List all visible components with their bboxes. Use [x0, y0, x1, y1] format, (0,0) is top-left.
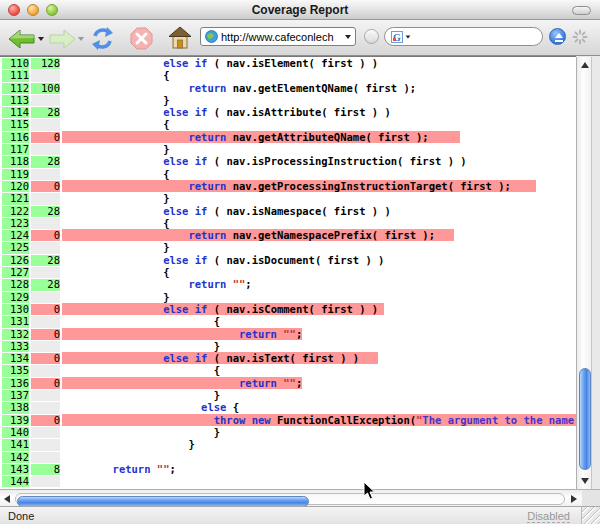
line-number: 124 [2, 230, 29, 241]
vertical-scrollbar-thumb[interactable] [579, 368, 591, 470]
hit-count [31, 119, 60, 130]
code-cell: { [62, 218, 576, 229]
code-row: 135 { [2, 365, 576, 376]
code-cell: } [62, 242, 576, 253]
code-cell: throw new FunctionCallException("The arg… [62, 415, 576, 426]
url-field[interactable]: http://www.cafeconlech [200, 27, 356, 46]
code-row: 141 } [2, 439, 576, 450]
action-button[interactable] [549, 28, 566, 45]
reload-button[interactable] [90, 26, 115, 51]
forward-dropdown-icon[interactable] [78, 37, 84, 41]
back-button[interactable] [8, 29, 36, 49]
code-cell: } [62, 390, 576, 401]
url-dropdown-icon[interactable] [345, 35, 351, 39]
line-number: 111 [2, 70, 29, 81]
code-cell: else if ( nav.isProcessingInstruction( f… [62, 156, 576, 167]
missed-code-line: return nav.getNamespacePrefix( first ); [62, 229, 454, 241]
code-row: 117 } [2, 144, 576, 155]
code-row: 1240 return nav.getNamespacePrefix( firs… [2, 230, 576, 241]
line-number: 116 [2, 132, 29, 143]
code-row: 144 [2, 476, 576, 487]
home-button[interactable] [168, 26, 192, 50]
code-cell: else if ( nav.isDocument( first ) ) [62, 255, 576, 266]
line-number: 129 [2, 292, 29, 303]
line-number: 126 [2, 255, 29, 266]
close-button[interactable] [8, 4, 20, 16]
code-line: else if ( nav.isNamespace( first ) ) [62, 205, 391, 217]
forward-button[interactable] [48, 29, 76, 49]
search-dropdown-icon[interactable] [406, 35, 411, 38]
code-cell: return nav.getAttributeQName( first ); [62, 132, 576, 143]
code-line: } [62, 241, 169, 253]
line-number: 136 [2, 378, 29, 389]
disabled-indicator[interactable]: Disabled [527, 510, 570, 523]
code-cell: { [62, 267, 576, 278]
code-cell: return nav.getProcessingInstructionTarge… [62, 181, 576, 192]
hit-count [31, 316, 60, 327]
title-bar: Coverage Report [0, 0, 600, 20]
stop-button[interactable] [130, 27, 153, 50]
horizontal-scrollbar-track[interactable] [15, 493, 565, 505]
code-line: { [62, 69, 169, 81]
scroll-down-arrow[interactable] [577, 474, 592, 487]
code-line: { [62, 217, 169, 229]
hit-count [31, 242, 60, 253]
hit-count [31, 95, 60, 106]
code-line: } [62, 340, 220, 352]
code-row: 129 } [2, 292, 576, 303]
minimize-button[interactable] [27, 4, 39, 16]
code-cell: return nav.getNamespacePrefix( first ); [62, 230, 576, 241]
line-number: 119 [2, 169, 29, 180]
search-field[interactable]: G [384, 27, 543, 46]
line-number: 120 [2, 181, 29, 192]
missed-code-line: return nav.getProcessingInstructionTarge… [62, 180, 536, 192]
hit-count: 0 [31, 329, 60, 340]
code-line: else if ( nav.isDocument( first ) ) [62, 254, 384, 266]
hit-count: 0 [31, 353, 60, 364]
code-row: 111 { [2, 70, 576, 81]
code-line: return nav.getElementQName( first ); [62, 82, 416, 94]
code-line: } [62, 438, 195, 450]
hit-count: 0 [31, 132, 60, 143]
coverage-report-view: 110128 else if ( nav.isElement( first ) … [0, 56, 576, 489]
scroll-up-arrow[interactable] [577, 58, 592, 71]
hit-count [31, 193, 60, 204]
line-number: 143 [2, 464, 29, 475]
code-row: 113 } [2, 95, 576, 106]
horizontal-scrollbar[interactable] [0, 489, 582, 506]
forward-arrow-icon [50, 30, 75, 48]
code-cell: { [62, 316, 576, 327]
code-row: 1160 return nav.getAttributeQName( first… [2, 132, 576, 143]
resize-grip-icon[interactable] [581, 507, 600, 524]
line-number: 125 [2, 242, 29, 253]
toolbar-toggle-pill[interactable] [572, 6, 591, 15]
hit-count: 128 [31, 58, 60, 69]
navigation-toolbar: http://www.cafeconlech G [0, 20, 600, 56]
line-number: 140 [2, 427, 29, 438]
home-icon [169, 27, 191, 48]
code-row: 138 else { [2, 402, 576, 413]
code-line: } [62, 426, 220, 438]
back-dropdown-icon[interactable] [38, 37, 44, 41]
code-row: 12228 else if ( nav.isNamespace( first )… [2, 206, 576, 217]
line-number: 110 [2, 58, 29, 69]
code-row: 11428 else if ( nav.isAttribute( first )… [2, 107, 576, 118]
hit-count: 0 [31, 181, 60, 192]
code-line: { [62, 118, 169, 130]
code-row: 127 { [2, 267, 576, 278]
line-number: 132 [2, 329, 29, 340]
line-number: 118 [2, 156, 29, 167]
line-number: 131 [2, 316, 29, 327]
scroll-right-arrow[interactable] [567, 492, 580, 505]
zoom-button[interactable] [46, 4, 58, 16]
hit-count [31, 452, 60, 463]
hit-count: 8 [31, 464, 60, 475]
stop-octagon-icon [131, 28, 152, 49]
globe-icon [205, 30, 218, 43]
scroll-left-arrow[interactable] [1, 492, 14, 505]
line-number: 133 [2, 341, 29, 352]
go-button[interactable] [364, 29, 379, 44]
vertical-scrollbar[interactable] [576, 57, 592, 489]
hit-count [31, 476, 60, 487]
hit-count [31, 439, 60, 450]
